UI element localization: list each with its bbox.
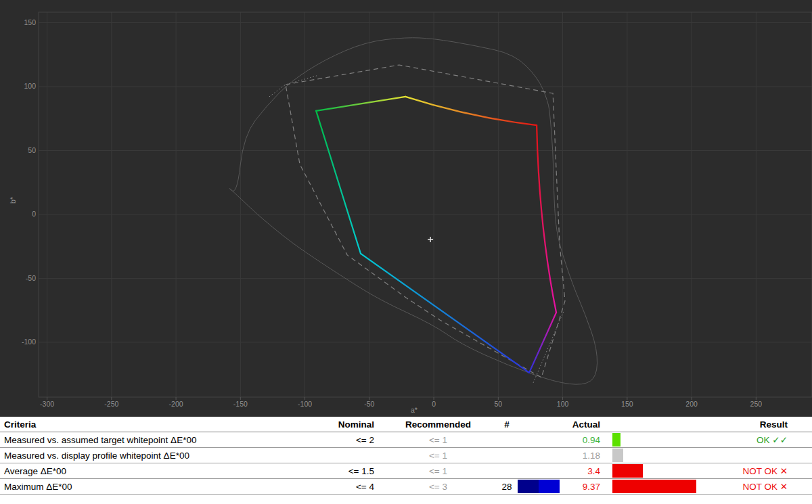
delta-e-bar — [612, 480, 696, 493]
x-axis-label: a* — [411, 406, 418, 414]
header-criteria: Criteria — [0, 417, 318, 432]
delta-e-bar — [612, 449, 623, 462]
sample-color-swatch — [518, 480, 539, 493]
svg-text:250: 250 — [750, 400, 763, 408]
svg-text:100: 100 — [557, 400, 569, 408]
gamut-chart: -300-250-200-150-100-5005010015020025015… — [0, 0, 812, 417]
recommended-value: <= 1 — [377, 432, 499, 448]
svg-text:50: 50 — [28, 146, 36, 154]
criteria-label: Average ΔE*00 — [0, 463, 318, 479]
nominal-value — [318, 448, 377, 463]
sample-swatches — [514, 448, 563, 463]
actual-value: 1.18 — [563, 448, 602, 463]
header-result: Result — [697, 417, 812, 432]
nominal-value: <= 1.5 — [318, 463, 377, 479]
svg-text:-150: -150 — [233, 400, 248, 408]
criteria-table: Criteria Nominal Recommended # Actual Re… — [0, 417, 812, 495]
svg-text:0: 0 — [32, 210, 36, 218]
count-value: 28 — [499, 479, 514, 495]
sample-swatches — [514, 463, 563, 479]
header-swatch-spacer — [514, 417, 563, 432]
svg-text:-200: -200 — [169, 400, 183, 408]
table-row-average-delta-e: Average ΔE*00 <= 1.5 <= 1 3.4 NOT OK ✕ — [0, 463, 812, 479]
delta-e-bar-cell — [602, 448, 697, 463]
sample-swatches — [514, 479, 563, 495]
recommended-value: <= 3 — [377, 479, 499, 495]
delta-e-bar-cell — [602, 432, 697, 448]
header-nominal: Nominal — [318, 417, 377, 432]
sample-color-swatch — [539, 480, 560, 493]
header-count: # — [499, 417, 514, 432]
table-row-maximum-delta-e: Maximum ΔE*00 <= 4 <= 3 28 9.37 NOT OK ✕ — [0, 479, 812, 495]
svg-text:-100: -100 — [298, 400, 312, 408]
delta-e-bar-cell — [602, 463, 697, 479]
delta-e-bar — [612, 464, 643, 478]
criteria-label: Maximum ΔE*00 — [0, 479, 318, 495]
delta-e-bar-cell — [602, 479, 697, 495]
svg-text:-100: -100 — [22, 338, 36, 346]
count-value — [499, 448, 514, 463]
result-value — [697, 448, 812, 463]
svg-text:-50: -50 — [364, 400, 374, 408]
actual-value: 9.37 — [563, 479, 602, 495]
actual-value: 0.94 — [563, 432, 602, 448]
header-actual: Actual — [563, 417, 602, 432]
recommended-value: <= 1 — [377, 448, 499, 463]
svg-text:-300: -300 — [40, 400, 54, 408]
nominal-value: <= 2 — [318, 432, 377, 448]
result-value: OK ✓✓ — [697, 432, 812, 448]
criteria-label: Measured vs. display profile whitepoint … — [0, 448, 318, 463]
nominal-value: <= 4 — [318, 479, 377, 495]
table-row-profile-whitepoint: Measured vs. display profile whitepoint … — [0, 448, 812, 463]
count-value — [499, 432, 514, 448]
delta-e-bar — [612, 433, 621, 446]
result-value: NOT OK ✕ — [697, 463, 812, 479]
header-recommended: Recommended — [377, 417, 499, 432]
count-value — [499, 463, 514, 479]
actual-value: 3.4 — [563, 463, 602, 479]
svg-text:0: 0 — [432, 400, 436, 408]
criteria-label: Measured vs. assumed target whitepoint Δ… — [0, 432, 318, 448]
header-bar-spacer — [602, 417, 697, 432]
table-row-assumed-whitepoint: Measured vs. assumed target whitepoint Δ… — [0, 432, 812, 448]
y-axis-label: b* — [9, 197, 17, 204]
svg-text:-50: -50 — [26, 274, 36, 282]
svg-text:150: 150 — [24, 18, 36, 26]
svg-text:150: 150 — [621, 400, 633, 408]
table-header-row: Criteria Nominal Recommended # Actual Re… — [0, 417, 812, 432]
svg-text:100: 100 — [24, 82, 36, 90]
result-value: NOT OK ✕ — [697, 479, 812, 495]
svg-text:50: 50 — [494, 400, 502, 408]
recommended-value: <= 1 — [377, 463, 499, 479]
gamut-diagram-panel: -300-250-200-150-100-5005010015020025015… — [0, 0, 812, 417]
sample-swatches — [514, 432, 563, 448]
svg-text:-250: -250 — [104, 400, 118, 408]
svg-text:200: 200 — [685, 400, 698, 408]
